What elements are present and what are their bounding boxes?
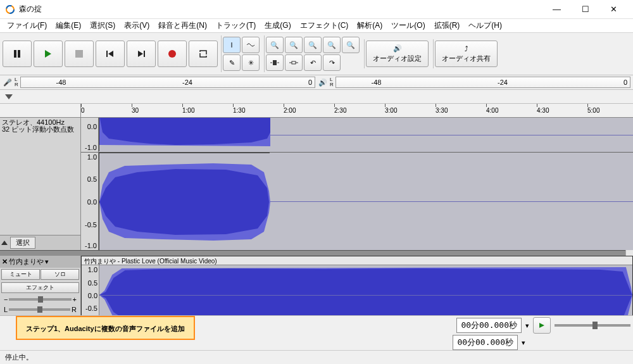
fit-selection-button[interactable]: 🔍 <box>304 37 322 53</box>
svg-point-7 <box>168 50 176 58</box>
svg-rect-3 <box>18 50 20 58</box>
pin-row <box>0 90 633 104</box>
toolbar: I ✎ ✳ 🔍 🔍 🔍 ↶ 🔍 ↷ 🔍 🔊 <box>0 33 633 75</box>
draw-tool-button[interactable]: ✎ <box>223 54 241 71</box>
mute-button[interactable]: ミュート <box>1 269 40 280</box>
play-button[interactable] <box>34 41 63 67</box>
svg-rect-6 <box>144 51 145 57</box>
callout-text: ステップ1、Audacityに複数の音声ファイルを追加 <box>26 325 185 332</box>
solo-button[interactable]: ソロ <box>41 269 79 280</box>
selection-tool-button[interactable]: I <box>223 37 241 53</box>
audio-share-button[interactable]: ⤴ オーディオ共有 <box>435 41 498 67</box>
time-display-1[interactable]: 00分00.000秒 <box>456 318 522 333</box>
app-icon <box>5 4 15 15</box>
menu-effect[interactable]: エフェクト(C) <box>296 18 353 33</box>
menu-transport[interactable]: 録音と再生(N) <box>154 18 211 33</box>
zoom-out-icon: 🔍 <box>289 41 298 49</box>
menu-generate[interactable]: 生成(G) <box>260 18 295 33</box>
maximize-button[interactable]: ☐ <box>571 0 599 18</box>
effect-button[interactable]: エフェクト <box>1 282 79 293</box>
menu-analyze[interactable]: 解析(A) <box>353 18 387 33</box>
time-display-2[interactable]: 00分00.000秒 <box>453 335 518 350</box>
svg-rect-2 <box>14 50 16 58</box>
menu-extra[interactable]: 拡張(R) <box>430 18 465 33</box>
record-button[interactable] <box>158 41 187 67</box>
tracks-area: ステレオ、44100Hz 32 ビット浮動小数点数 選択 0.0 -1.0 <box>0 118 633 315</box>
menu-edit[interactable]: 編集(E) <box>51 18 85 33</box>
menu-view[interactable]: 表示(V) <box>120 18 154 33</box>
svg-rect-5 <box>106 51 108 57</box>
track-1-header[interactable]: ステレオ、44100Hz 32 ビット浮動小数点数 選択 <box>0 118 81 250</box>
stop-button[interactable] <box>65 41 94 67</box>
titlebar: 森の掟 — ☐ ✕ <box>0 0 633 19</box>
trim-button[interactable] <box>266 54 284 71</box>
track-2-body[interactable]: 竹内まりや - Plastic Love (Official Music Vid… <box>81 256 633 315</box>
audio-share-label: オーディオ共有 <box>442 54 491 63</box>
zoom-toggle-icon: 🔍 <box>346 41 355 49</box>
track-2-menu-icon[interactable]: ▾ <box>45 258 49 266</box>
playhead-pin-icon[interactable] <box>5 94 13 99</box>
svg-rect-4 <box>75 50 83 58</box>
meters-bar: 🎤 LR -48 -24 0 🔊 LR -48 -24 0 <box>0 75 633 90</box>
pan-slider[interactable]: LR <box>0 304 80 315</box>
fit-sel-icon: 🔍 <box>308 41 317 49</box>
meter-lr-label2: LR <box>330 77 334 87</box>
menu-file[interactable]: ファイル(F) <box>3 18 51 33</box>
track-1-info2: 32 ビット浮動小数点数 <box>2 126 78 133</box>
loop-button[interactable] <box>189 41 218 67</box>
speaker-icon: 🔊 <box>393 44 402 53</box>
close-button[interactable]: ✕ <box>599 0 628 18</box>
svg-rect-8 <box>273 60 277 65</box>
fit-project-button[interactable]: 🔍 <box>323 37 341 53</box>
window-title: 森の掟 <box>19 4 542 15</box>
zoom-out-button[interactable]: 🔍 <box>285 37 303 53</box>
time-menu2-icon[interactable]: ▾ <box>522 339 525 347</box>
track-1-body[interactable]: 0.0 -1.0 1.0 0.5 0.0 -0.5 -1.0 <box>81 118 633 250</box>
timeline-ruler[interactable]: 0 30 1:00 1:30 2:00 2:30 3:00 3:30 4:00 … <box>0 104 633 118</box>
speed-slider[interactable] <box>555 324 630 327</box>
silence-button[interactable] <box>285 54 303 71</box>
multi-tool-button[interactable]: ✳ <box>242 54 260 71</box>
menubar: ファイル(F) 編集(E) 選択(S) 表示(V) 録音と再生(N) トラック(… <box>0 19 633 33</box>
audio-settings-button[interactable]: 🔊 オーディオ設定 <box>366 41 429 67</box>
track-2-name: 竹内まりや <box>9 257 44 267</box>
menu-select[interactable]: 選択(S) <box>85 18 120 33</box>
svg-rect-9 <box>292 61 296 64</box>
menu-tools[interactable]: ツール(O) <box>387 18 429 33</box>
zoom-toggle-button[interactable]: 🔍 <box>342 37 360 53</box>
undo-button[interactable]: ↶ <box>304 54 322 71</box>
track-1: ステレオ、44100Hz 32 ビット浮動小数点数 選択 0.0 -1.0 <box>0 118 633 251</box>
collapse-up-icon <box>1 241 8 245</box>
fit-proj-icon: 🔍 <box>327 41 336 49</box>
meter-lr-label: LR <box>15 77 18 87</box>
pause-button[interactable] <box>3 41 32 67</box>
track-1-collapse[interactable]: 選択 <box>0 235 80 250</box>
track-2: ✕ 竹内まりや ▾ ミュート ソロ エフェクト −+ LR 竹内まりや - Pl… <box>0 256 633 315</box>
playback-meter-scale[interactable]: -48 -24 0 <box>335 77 630 88</box>
skip-end-button[interactable] <box>127 41 156 67</box>
status-text: 停止中。 <box>5 353 33 361</box>
redo-button[interactable]: ↷ <box>323 54 341 71</box>
audio-settings-label: オーディオ設定 <box>373 54 422 63</box>
zoom-in-icon: 🔍 <box>270 41 279 49</box>
play-at-speed-button[interactable] <box>533 317 551 334</box>
time-menu-icon[interactable]: ▾ <box>525 322 529 330</box>
envelope-tool-button[interactable] <box>242 37 260 53</box>
clip-title[interactable]: 竹内まりや - Plastic Love (Official Music Vid… <box>82 256 632 265</box>
zoom-in-button[interactable]: 🔍 <box>266 37 284 53</box>
menu-tracks[interactable]: トラック(T) <box>211 18 260 33</box>
skip-start-button[interactable] <box>96 41 125 67</box>
speaker-meter-icon: 🔊 <box>318 77 328 87</box>
record-meter[interactable]: 🎤 LR -48 -24 0 <box>3 77 315 88</box>
share-icon: ⤴ <box>465 45 468 53</box>
minimize-button[interactable]: — <box>542 0 571 18</box>
tutorial-callout: ステップ1、Audacityに複数の音声ファイルを追加 <box>16 316 195 340</box>
track-2-header[interactable]: ✕ 竹内まりや ▾ ミュート ソロ エフェクト −+ LR <box>0 256 81 315</box>
menu-help[interactable]: ヘルプ(H) <box>464 18 506 33</box>
track-2-close-button[interactable]: ✕ <box>2 258 8 266</box>
track-1-select-label: 選択 <box>10 237 35 249</box>
playback-meter[interactable]: 🔊 LR -48 -24 0 <box>318 77 630 88</box>
record-meter-scale[interactable]: -48 -24 0 <box>20 77 315 88</box>
statusbar: 停止中。 <box>0 350 633 364</box>
gain-slider[interactable]: −+ <box>0 294 80 304</box>
